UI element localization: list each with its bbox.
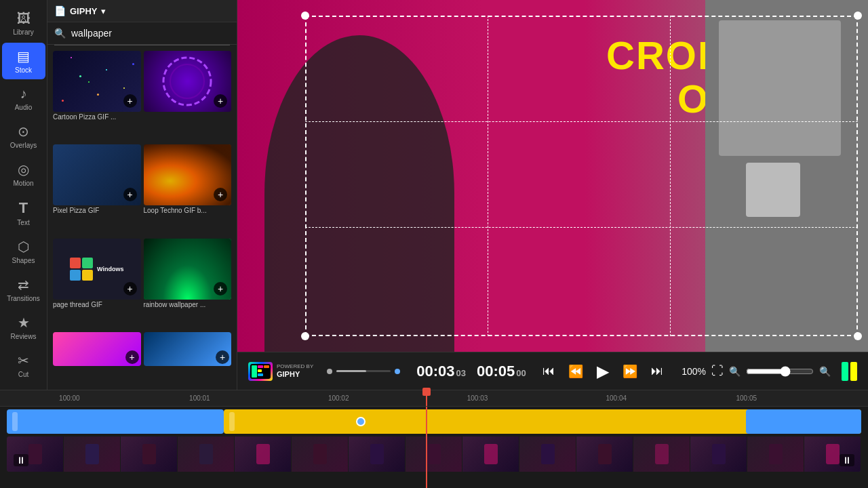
track-handle-left[interactable] — [12, 412, 18, 431]
gif-item-3[interactable]: + Pixel Pizza GIF — [53, 144, 141, 235]
film-frame-5 — [235, 436, 292, 472]
film-frame-9 — [462, 436, 519, 472]
total-frame: 00 — [516, 368, 526, 378]
film-pause-left-icon[interactable]: ⏸ — [14, 454, 28, 466]
sidebar-label-reviews: Reviews — [11, 333, 37, 340]
giphy-logo: GIPHY — [70, 6, 97, 16]
scrubber-dot[interactable] — [356, 417, 366, 426]
film-frame-10 — [519, 436, 576, 472]
sidebar-item-motion[interactable]: ◎ Motion — [2, 156, 45, 192]
sidebar-item-delete[interactable]: 🗑 Delete — [2, 385, 45, 390]
ruler-mark-4: 100:04 — [606, 394, 627, 402]
zoom-percent: 100% — [682, 366, 706, 377]
panel-header: 📄 GIPHY ▾ — [47, 0, 237, 22]
rewind-button[interactable]: ⏪ — [566, 361, 586, 382]
sidebar-item-reviews[interactable]: ★ Reviews — [2, 309, 45, 346]
sidebar-item-cut[interactable]: ✂ Cut — [2, 347, 45, 384]
svg-rect-6 — [258, 373, 263, 376]
timeline-tracks: ⏸ ⏸ — [0, 407, 868, 488]
progress-bar[interactable] — [327, 369, 400, 374]
add-gif-5-button[interactable]: + — [123, 282, 137, 296]
gif-item-4[interactable]: + Loop Techno GIF b... — [144, 144, 232, 235]
skip-to-start-button[interactable]: ⏮ — [540, 361, 557, 381]
reviews-icon: ★ — [18, 314, 30, 331]
track-blue-left[interactable] — [7, 409, 224, 434]
gif-label-5: page thread GIF — [53, 300, 141, 311]
gif-item-2[interactable]: + — [144, 51, 232, 142]
svg-point-1 — [170, 64, 204, 98]
gif-label-2 — [144, 112, 232, 116]
film-frame-3 — [121, 436, 178, 472]
sidebar-label-transitions: Transitions — [7, 295, 40, 302]
svg-rect-4 — [258, 365, 263, 368]
powered-by-text: POWERED BY GIPHY — [277, 363, 313, 379]
sidebar-item-stock[interactable]: ▤ Stock — [2, 43, 45, 79]
film-frame-2 — [64, 436, 121, 472]
cut-icon: ✂ — [18, 352, 29, 369]
film-frame-8 — [406, 436, 462, 472]
timeline-ruler: 100:00 100:01 100:02 100:03 100:04 100:0… — [0, 390, 868, 407]
stock-icon: ▤ — [17, 48, 30, 64]
video-section: CROP GIFS ONLINE — [237, 0, 868, 390]
sidebar-label-audio: Audio — [15, 104, 33, 111]
svg-rect-7 — [264, 365, 269, 368]
film-frame-14 — [747, 436, 804, 472]
sidebar-item-shapes[interactable]: ⬡ Shapes — [2, 233, 45, 270]
gif-item-6[interactable]: + rainbow wallpaper ... — [144, 239, 232, 329]
sidebar-item-text[interactable]: T Text — [2, 194, 45, 232]
gif-label-6: rainbow wallpaper ... — [144, 300, 232, 311]
zoom-out-icon: 🔍 — [729, 366, 741, 377]
film-frame-7 — [349, 436, 406, 472]
add-gif-7-button[interactable]: + — [125, 350, 139, 364]
sidebar-item-audio[interactable]: ♪ Audio — [2, 81, 45, 117]
gif-label-4: Loop Techno GIF b... — [144, 205, 232, 217]
gif-item-8[interactable]: + — [144, 332, 232, 384]
sidebar-label-library: Library — [13, 28, 34, 36]
timeline: 100:00 100:01 100:02 100:03 100:04 100:0… — [0, 390, 868, 488]
sidebar-item-overlays[interactable]: ⊙ Overlays — [2, 118, 45, 155]
sidebar-label-text: Text — [17, 219, 29, 226]
file-icon: 📄 — [54, 5, 66, 16]
search-input[interactable] — [71, 28, 230, 39]
current-frame: 03 — [456, 368, 466, 378]
film-frame-13 — [690, 436, 747, 472]
fullscreen-button[interactable]: ⛶ — [711, 364, 724, 378]
current-time: 00:03 — [416, 363, 454, 380]
add-gif-8-button[interactable]: + — [216, 350, 229, 364]
track-blue-right[interactable] — [746, 409, 861, 434]
sidebar-label-shapes: Shapes — [12, 257, 35, 264]
giphy-dropdown-button[interactable]: ▾ — [101, 6, 106, 16]
fast-forward-button[interactable]: ⏩ — [620, 361, 640, 382]
giphy-powered: POWERED BY GIPHY — [248, 362, 313, 381]
zoom-slider[interactable] — [746, 366, 814, 377]
sidebar-item-library[interactable]: 🖼 Library — [2, 5, 45, 41]
giphy-name: GIPHY — [70, 6, 97, 16]
skip-to-end-button[interactable]: ⏭ — [648, 361, 666, 381]
gif-item-7[interactable]: + — [53, 332, 141, 384]
timeline-playhead[interactable] — [426, 390, 427, 406]
svg-rect-3 — [252, 365, 257, 378]
ruler-mark-2: 100:02 — [328, 394, 349, 402]
sidebar-item-transitions[interactable]: ⇄ Transitions — [2, 271, 45, 308]
gif-item-5[interactable]: Windows + page thread GIF — [53, 239, 141, 329]
filmstrip-track: ⏸ ⏸ — [7, 436, 861, 472]
film-frame-4 — [178, 436, 235, 472]
track-handle-yellow[interactable] — [229, 412, 235, 431]
add-gif-6-button[interactable]: + — [214, 282, 227, 296]
ruler-mark-5: 100:05 — [736, 394, 757, 402]
film-pause-right-icon[interactable]: ⏸ — [840, 454, 854, 466]
play-button[interactable]: ▶ — [594, 359, 612, 384]
film-frame-11 — [576, 436, 633, 472]
library-icon: 🖼 — [17, 11, 31, 26]
sidebar-label-cut: Cut — [18, 371, 29, 378]
gif-label-3: Pixel Pizza GIF — [53, 205, 141, 217]
svg-rect-5 — [258, 369, 262, 372]
ruler-mark-3: 100:03 — [467, 394, 488, 402]
add-gif-2-button[interactable]: + — [214, 94, 227, 108]
gif-item-1[interactable]: + Cartoon Pizza GIF ... — [53, 51, 141, 142]
add-gif-1-button[interactable]: + — [123, 94, 137, 108]
ruler-mark-0: 100:00 — [59, 394, 80, 402]
sidebar-label-overlays: Overlays — [10, 142, 37, 149]
add-gif-3-button[interactable]: + — [123, 188, 137, 201]
sidebar-label-motion: Motion — [13, 180, 33, 187]
